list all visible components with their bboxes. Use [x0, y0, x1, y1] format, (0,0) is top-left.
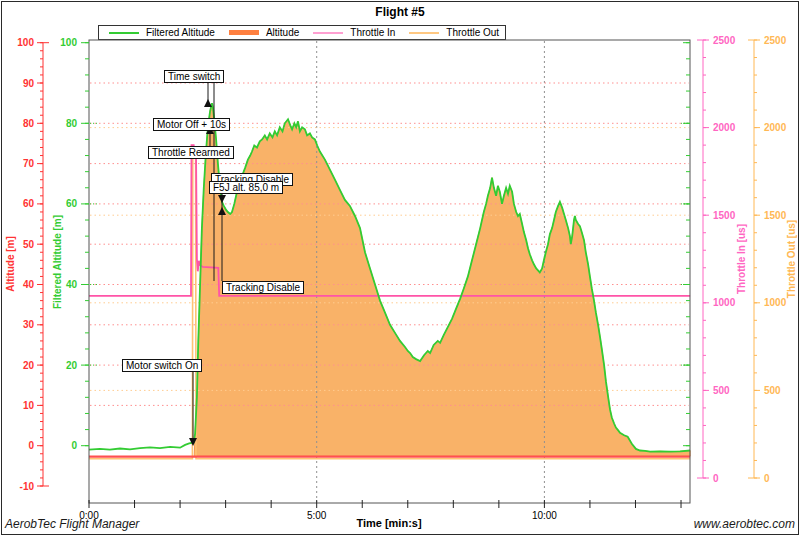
svg-text:0: 0	[764, 473, 770, 484]
svg-text:0: 0	[713, 473, 719, 484]
svg-text:2500: 2500	[764, 35, 787, 46]
axis-title-throttle-in: Throttle In [us]	[736, 224, 747, 294]
flight-manager-window: Flight #5 Filtered AltitudeAltitudeThrot…	[0, 0, 800, 536]
svg-text:1000: 1000	[764, 297, 787, 308]
svg-text:60: 60	[23, 198, 35, 209]
svg-text:30: 30	[23, 319, 35, 330]
axis-title-altitude: Altitude [m]	[5, 236, 16, 292]
svg-text:1500: 1500	[764, 210, 787, 221]
series-throttle-in	[89, 145, 690, 296]
flight-chart[interactable]: -100102030405060708090100020406080100050…	[0, 0, 800, 536]
svg-text:2500: 2500	[713, 35, 736, 46]
svg-text:0: 0	[28, 440, 34, 451]
svg-text:40: 40	[23, 279, 35, 290]
svg-text:500: 500	[764, 385, 781, 396]
annotation-box-motor-switch-on[interactable]: Motor switch On	[122, 359, 202, 372]
svg-text:80: 80	[66, 118, 78, 129]
svg-text:40: 40	[66, 279, 78, 290]
svg-text:-10: -10	[20, 481, 35, 492]
svg-text:1500: 1500	[713, 210, 736, 221]
svg-text:100: 100	[60, 37, 77, 48]
annotation-box-throttle-rearmed[interactable]: Throttle Rearmed	[148, 146, 234, 159]
annotation-box-tracking-disable[interactable]: Tracking Disable	[222, 281, 304, 294]
axis-title-filtered-altitude: Filtered Altitude [m]	[52, 215, 63, 309]
svg-text:2000: 2000	[764, 122, 787, 133]
svg-text:60: 60	[66, 198, 78, 209]
svg-text:0: 0	[71, 440, 77, 451]
altitude-area	[194, 103, 690, 456]
annotation-box-f5j-alt-85-0-m[interactable]: F5J alt. 85,0 m	[209, 181, 283, 194]
svg-text:50: 50	[23, 239, 35, 250]
svg-text:100: 100	[17, 37, 34, 48]
svg-text:500: 500	[713, 385, 730, 396]
annotation-box-time-switch[interactable]: Time switch	[164, 70, 224, 83]
annotation-box-motor-off-10s[interactable]: Motor Off + 10s	[153, 118, 230, 131]
svg-text:80: 80	[23, 118, 35, 129]
svg-text:20: 20	[66, 360, 78, 371]
axis-title-throttle-out: Throttle Out [us]	[786, 220, 797, 298]
svg-text:1000: 1000	[713, 297, 736, 308]
svg-text:90: 90	[23, 78, 35, 89]
svg-text:2000: 2000	[713, 122, 736, 133]
svg-text:10: 10	[23, 400, 35, 411]
website-link[interactable]: www.aerobtec.com	[694, 517, 795, 531]
svg-text:70: 70	[23, 158, 35, 169]
x-axis-title: Time [min:s]	[0, 517, 778, 529]
svg-text:20: 20	[23, 360, 35, 371]
